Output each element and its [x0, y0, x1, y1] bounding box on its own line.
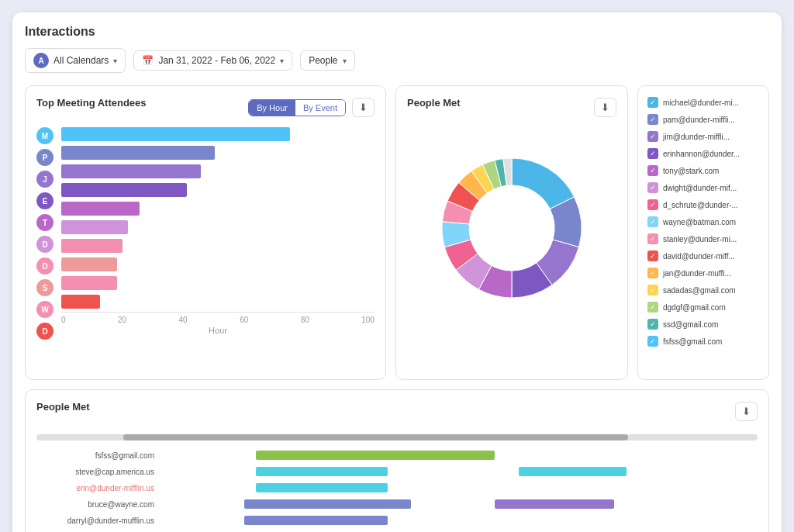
timeline-row: fsfss@gmail.com	[36, 448, 758, 462]
timeline-bar-segment	[256, 451, 495, 460]
legend-item[interactable]: ✓jim@dunder-miffli...	[646, 128, 761, 145]
timeline-bars-row	[161, 513, 758, 527]
legend-checkbox[interactable]: ✓	[647, 216, 658, 227]
legend-item[interactable]: ✓fsfss@gmail.com	[646, 333, 761, 350]
legend-checkbox[interactable]: ✓	[647, 199, 658, 210]
timeline-bar-segment	[244, 516, 388, 525]
attendee-avatar: E	[36, 192, 54, 209]
timeline-row-label: darryl@dunder-mufflin.us	[36, 516, 161, 525]
legend-checkbox[interactable]: ✓	[647, 131, 658, 142]
legend-checkbox[interactable]: ✓	[647, 97, 658, 108]
by-hour-button[interactable]: By Hour	[249, 100, 295, 116]
attendee-avatar: P	[36, 149, 54, 166]
legend-label: dgdgf@gmail.com	[663, 303, 726, 312]
timeline-bars-row	[161, 481, 758, 495]
scrollbar-track[interactable]	[36, 434, 758, 440]
legend-label: michael@dunder-mi...	[663, 98, 739, 107]
people-label: People	[309, 55, 337, 66]
bar	[61, 164, 201, 178]
legend-item[interactable]: ✓stanley@dunder-mi...	[646, 230, 761, 247]
bar	[61, 220, 128, 234]
all-calendars-button[interactable]: A All Calendars ▾	[25, 48, 126, 73]
attendee-avatar: W	[36, 301, 54, 318]
people-met-download-button[interactable]: ⬇	[594, 98, 616, 117]
bar-row	[61, 257, 375, 271]
bar	[61, 295, 100, 309]
legend-label: jim@dunder-miffli...	[663, 133, 730, 141]
bar	[61, 239, 123, 253]
timeline-bars-row	[161, 465, 758, 478]
bar-row	[61, 127, 375, 141]
legend-checkbox[interactable]: ✓	[647, 165, 658, 176]
bar	[61, 276, 117, 290]
chevron-down-icon-3: ▾	[343, 57, 347, 65]
people-met-timeline-panel: People Met ⬇ fsfss@gmail.comsteve@cap.am…	[25, 389, 769, 532]
calendar-icon: 📅	[142, 55, 154, 66]
legend-item[interactable]: ✓dwight@dunder-mif...	[646, 179, 761, 196]
legend-item[interactable]: ✓ssd@gmail.com	[646, 316, 761, 333]
timeline-bar-segment	[256, 467, 387, 476]
legend-item[interactable]: ✓michael@dunder-mi...	[646, 94, 761, 111]
bars-area	[61, 127, 375, 309]
timeline-download-button[interactable]: ⬇	[735, 402, 758, 421]
top-meeting-attendees-panel: Top Meeting Attendees By Hour By Event ⬇…	[25, 85, 386, 380]
legend-item[interactable]: ✓david@dunder-miff...	[646, 247, 761, 264]
legend-item[interactable]: ✓dgdgf@gmail.com	[646, 299, 761, 316]
legend-checkbox[interactable]: ✓	[647, 268, 658, 278]
legend-checkbox[interactable]: ✓	[647, 148, 658, 159]
legend-item[interactable]: ✓wayne@batman.com	[646, 213, 761, 230]
legend-item[interactable]: ✓d_schrute@dunder-...	[646, 196, 761, 213]
legend-checkbox[interactable]: ✓	[647, 114, 658, 125]
legend-checkbox[interactable]: ✓	[647, 250, 658, 261]
download-button[interactable]: ⬇	[352, 98, 375, 117]
attendee-avatar: D	[36, 257, 54, 275]
people-button[interactable]: People ▾	[300, 50, 354, 71]
bar-row	[61, 164, 375, 178]
main-container: Interactions A All Calendars ▾ 📅 Jan 31,…	[12, 12, 782, 532]
legend-checkbox[interactable]: ✓	[647, 336, 658, 347]
people-met-timeline-header: People Met ⬇	[36, 401, 758, 422]
people-met-title: People Met	[407, 97, 461, 109]
avatar: A	[33, 53, 49, 68]
view-toggle: By Hour By Event	[248, 99, 346, 116]
page-title: Interactions	[25, 25, 769, 39]
people-met-timeline-title: People Met	[36, 401, 90, 413]
legend-checkbox[interactable]: ✓	[647, 182, 658, 193]
attendee-avatar: T	[36, 214, 54, 231]
scrollbar-thumb[interactable]	[123, 434, 628, 440]
bar-row	[61, 202, 375, 216]
avatar-column: MPJETDDSWD	[36, 127, 54, 340]
legend-checkbox[interactable]: ✓	[647, 233, 658, 244]
timeline-row: bruce@wayne.com	[36, 497, 758, 511]
bar-row	[61, 220, 375, 234]
timeline-row: darryl@dunder-mufflin.us	[36, 513, 758, 527]
bar	[61, 183, 187, 197]
legend-item[interactable]: ✓jan@dunder-muffi...	[646, 264, 761, 282]
legend-label: ssd@gmail.com	[663, 320, 718, 329]
legend-checkbox[interactable]: ✓	[647, 285, 658, 295]
legend-item[interactable]: ✓sadadas@gmail.com	[646, 282, 761, 299]
timeline-row-label: steve@cap.america.us	[36, 468, 161, 476]
legend-label: erinhannon@dunder...	[663, 150, 740, 158]
legend-checkbox[interactable]: ✓	[647, 302, 658, 313]
toolbar: A All Calendars ▾ 📅 Jan 31, 2022 - Feb 0…	[25, 48, 769, 73]
bar-chart-title: Top Meeting Attendees	[36, 97, 147, 109]
timeline-rows: fsfss@gmail.comsteve@cap.america.userin@…	[36, 448, 758, 532]
bar-row	[61, 239, 375, 253]
timeline-row: steve@cap.america.us	[36, 465, 758, 478]
timeline-bar-segment	[244, 499, 412, 509]
attendee-avatar: D	[36, 323, 54, 340]
by-event-button[interactable]: By Event	[295, 100, 345, 116]
bar-row	[61, 146, 375, 160]
legend-checkbox[interactable]: ✓	[647, 319, 658, 330]
svg-point-1	[469, 185, 554, 271]
axis-labels: 020406080100	[61, 313, 375, 324]
legend-label: dwight@dunder-mif...	[663, 184, 737, 192]
legend-label: tony@stark.com	[663, 167, 719, 175]
legend-item[interactable]: ✓pam@dunder-miffli...	[646, 111, 761, 128]
legend-item[interactable]: ✓erinhannon@dunder...	[646, 145, 761, 162]
timeline-row-label: fsfss@gmail.com	[36, 451, 161, 460]
date-range-button[interactable]: 📅 Jan 31, 2022 - Feb 06, 2022 ▾	[133, 50, 292, 71]
legend-panel: ✓michael@dunder-mi...✓pam@dunder-miffli.…	[637, 85, 769, 380]
legend-item[interactable]: ✓tony@stark.com	[646, 162, 761, 179]
